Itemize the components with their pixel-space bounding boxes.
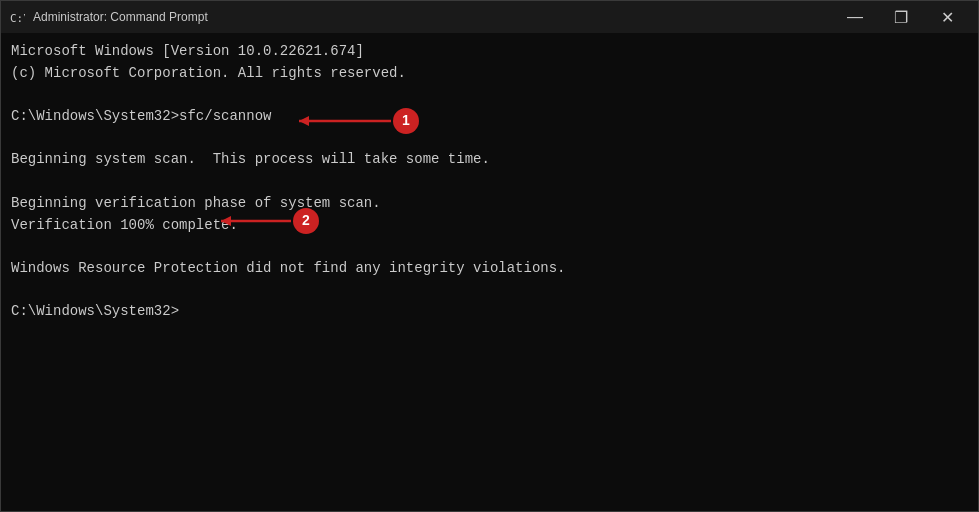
- line-2: (c) Microsoft Corporation. All rights re…: [11, 63, 968, 85]
- line-command: C:\Windows\System32>sfc/scannow: [11, 106, 968, 128]
- cmd-icon: C:\: [9, 9, 25, 25]
- svg-text:C:\: C:\: [10, 12, 25, 25]
- line-blank-5: [11, 280, 968, 302]
- line-blank-3: [11, 171, 968, 193]
- line-blank-4: [11, 236, 968, 258]
- line-scan-start: Beginning system scan. This process will…: [11, 149, 968, 171]
- line-verification-complete: Verification 100% complete.: [11, 215, 968, 237]
- line-blank-2: [11, 128, 968, 150]
- window-controls: — ❐ ✕: [832, 1, 970, 33]
- maximize-button[interactable]: ❐: [878, 1, 924, 33]
- close-button[interactable]: ✕: [924, 1, 970, 33]
- line-blank-1: [11, 84, 968, 106]
- terminal-output: Microsoft Windows [Version 10.0.22621.67…: [11, 41, 968, 323]
- line-prompt: C:\Windows\System32>: [11, 301, 968, 323]
- title-bar: C:\ Administrator: Command Prompt — ❐ ✕: [1, 1, 978, 33]
- line-protection-result: Windows Resource Protection did not find…: [11, 258, 968, 280]
- window-title: Administrator: Command Prompt: [33, 10, 832, 24]
- terminal-body: Microsoft Windows [Version 10.0.22621.67…: [1, 33, 978, 511]
- line-1: Microsoft Windows [Version 10.0.22621.67…: [11, 41, 968, 63]
- window: C:\ Administrator: Command Prompt — ❐ ✕ …: [0, 0, 979, 512]
- line-verification-phase: Beginning verification phase of system s…: [11, 193, 968, 215]
- minimize-button[interactable]: —: [832, 1, 878, 33]
